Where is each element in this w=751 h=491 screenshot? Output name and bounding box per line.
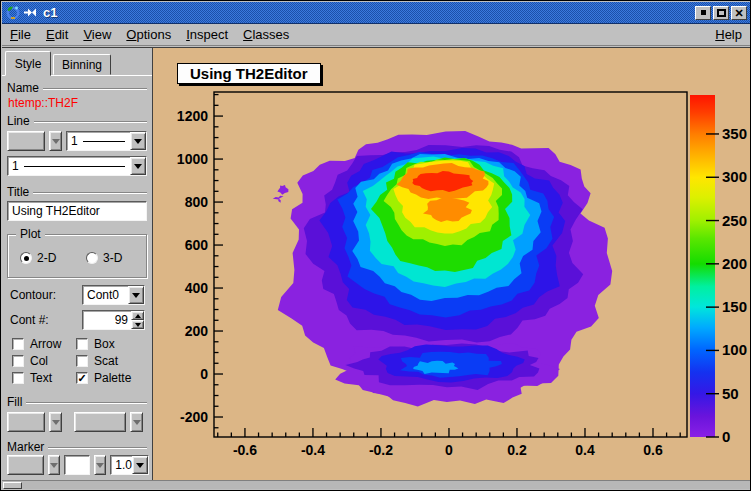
line-width-dropdown-button[interactable] [130, 157, 146, 175]
marker-size-combo[interactable]: 1.0 [110, 455, 149, 475]
title-section-header: Title [7, 185, 147, 199]
marker-style-button[interactable] [64, 455, 89, 475]
checkbox-col[interactable]: ✓ Col [12, 354, 48, 368]
line-style-dropdown-button[interactable] [130, 132, 146, 150]
close-icon: ✕ [734, 8, 743, 18]
menu-options[interactable]: Options [126, 27, 171, 42]
title-input[interactable]: Using TH2Editor [7, 201, 147, 221]
svg-text:200: 200 [185, 323, 209, 339]
contour-layers [273, 131, 612, 407]
horizontal-scrollbar[interactable] [2, 480, 750, 489]
svg-text:-0.4: -0.4 [301, 442, 325, 458]
marker-style-dropdown-button[interactable] [94, 455, 107, 475]
pin-icon [24, 5, 38, 20]
spin-up-button[interactable] [131, 311, 144, 320]
line-style-combo[interactable]: 1 [66, 131, 147, 151]
checkbox-arrow[interactable]: ✓ Arrow [12, 337, 61, 351]
minimize-icon [701, 10, 706, 15]
marker-row: 1.0 [7, 455, 149, 475]
radio-2d[interactable]: 2-D [20, 251, 56, 265]
chevron-down-icon [135, 323, 141, 327]
plot-groupbox: Plot 2-D 3-D [7, 234, 147, 278]
checkbox-text[interactable]: ✓ Text [12, 371, 52, 385]
line-color-button[interactable] [7, 131, 45, 151]
line-color-dropdown-button[interactable] [49, 131, 62, 151]
checkbox-icon: ✓ [12, 338, 24, 350]
contour-type-combo[interactable]: Cont0 [82, 285, 145, 305]
marker-color-dropdown-button[interactable] [48, 455, 61, 475]
contour-label: Contour: [10, 288, 56, 302]
fill-pattern-dropdown-button[interactable] [130, 412, 143, 432]
minimize-button[interactable] [695, 6, 711, 20]
chevron-down-icon [50, 463, 58, 468]
histogram-plot[interactable]: -0.6-0.4-0.200.20.40.6-20002004006008001… [153, 49, 751, 483]
checkbox-icon: ✓ [12, 355, 24, 367]
svg-text:400: 400 [185, 280, 209, 296]
svg-text:0: 0 [722, 428, 730, 445]
svg-text:-200: -200 [180, 409, 208, 425]
marker-size-dropdown-button[interactable] [132, 456, 148, 474]
svg-text:250: 250 [722, 212, 747, 229]
histogram-title-box[interactable]: Using TH2Editor [177, 63, 321, 84]
svg-text:0.6: 0.6 [643, 442, 663, 458]
line-row1: 1 [7, 131, 147, 151]
plot-group-label: Plot [16, 227, 45, 241]
chevron-up-icon [135, 314, 141, 318]
chevron-down-icon [132, 293, 140, 298]
root-canvas[interactable]: -0.6-0.4-0.200.20.40.6-20002004006008001… [152, 47, 751, 483]
menu-edit[interactable]: Edit [46, 27, 68, 42]
svg-text:1000: 1000 [177, 151, 208, 167]
radio-3d[interactable]: 3-D [86, 251, 122, 265]
fill-color-button[interactable] [7, 412, 45, 432]
checkbox-icon: ✓ [76, 338, 88, 350]
menu-inspect[interactable]: Inspect [186, 27, 228, 42]
svg-text:150: 150 [722, 298, 747, 315]
fill-row [7, 412, 147, 432]
chevron-down-icon [133, 420, 141, 425]
tab-style[interactable]: Style [5, 51, 51, 76]
maximize-icon [717, 9, 726, 17]
contour-dropdown-button[interactable] [128, 286, 144, 304]
scrollbar-thumb[interactable] [3, 482, 22, 489]
chevron-down-icon [52, 139, 60, 144]
svg-text:0.4: 0.4 [575, 442, 595, 458]
line-width-combo[interactable]: 1 [7, 156, 147, 176]
svg-text:1200: 1200 [177, 108, 208, 124]
menubar: File Edit View Options Inspect Classes H… [2, 24, 750, 46]
svg-text:300: 300 [722, 168, 747, 185]
svg-text:-0.6: -0.6 [233, 442, 257, 458]
checkbox-scat[interactable]: ✓ Scat [76, 354, 118, 368]
chevron-down-icon [136, 463, 144, 468]
fill-section-header: Fill [7, 395, 147, 409]
svg-text:50: 50 [722, 385, 739, 402]
window-title: c1 [43, 5, 693, 20]
close-button[interactable]: ✕ [731, 6, 747, 20]
checkbox-icon: ✓ [76, 355, 88, 367]
contour-count-spinner[interactable]: 99 [82, 310, 145, 330]
checkbox-box[interactable]: ✓ Box [76, 337, 115, 351]
histogram-name: htemp::TH2F [8, 96, 78, 110]
svg-text:600: 600 [185, 237, 209, 253]
svg-text:0.2: 0.2 [507, 442, 527, 458]
palette-color-bar [690, 95, 715, 437]
tab-binning[interactable]: Binning [53, 54, 111, 75]
checkbox-palette[interactable]: ✓ Palette [76, 371, 131, 385]
chevron-down-icon [96, 463, 104, 468]
chevron-down-icon [52, 420, 60, 425]
fill-pattern-button[interactable] [74, 412, 126, 432]
svg-text:350: 350 [722, 125, 747, 142]
svg-text:0: 0 [445, 442, 453, 458]
marker-color-button[interactable] [7, 455, 44, 475]
menu-help[interactable]: Help [715, 27, 742, 42]
chevron-down-icon [134, 164, 142, 169]
line-style-preview [83, 141, 125, 142]
fill-color-dropdown-button[interactable] [49, 412, 62, 432]
menu-view[interactable]: View [83, 27, 111, 42]
menu-classes[interactable]: Classes [243, 27, 289, 42]
spin-down-button[interactable] [131, 320, 144, 329]
menu-file[interactable]: File [10, 27, 31, 42]
maximize-button[interactable] [713, 6, 729, 20]
svg-text:800: 800 [185, 194, 209, 210]
window-titlebar[interactable]: c1 ✕ [2, 2, 750, 24]
marker-section-header: Marker [7, 440, 147, 454]
